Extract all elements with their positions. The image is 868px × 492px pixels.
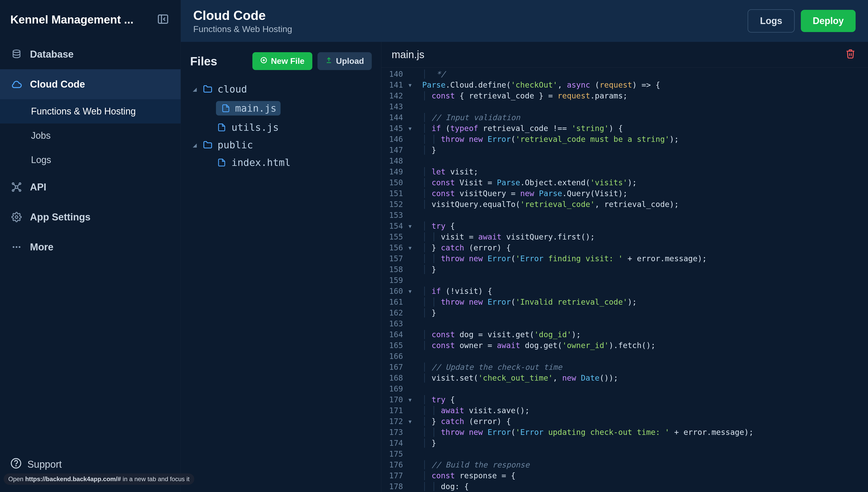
app-name: Kennel Management ...	[10, 13, 133, 26]
tree-file-main-js[interactable]: main.js	[190, 98, 372, 119]
sidebar-sub-functions[interactable]: Functions & Web Hosting	[0, 99, 181, 124]
svg-point-12	[15, 216, 18, 218]
sidebar-header: Kennel Management ...	[0, 0, 181, 39]
sidebar-item-label: More	[30, 242, 53, 253]
svg-point-7	[19, 190, 21, 192]
sidebar-sub-jobs[interactable]: Jobs	[0, 124, 181, 148]
svg-point-6	[12, 190, 14, 192]
files-title: Files	[190, 54, 247, 68]
sidebar-sub-logs[interactable]: Logs	[0, 148, 181, 172]
topbar-titles: Cloud Code Functions & Web Hosting	[193, 8, 741, 34]
svg-line-11	[17, 188, 19, 190]
caret-down-icon: ◢	[193, 141, 198, 149]
logs-button[interactable]: Logs	[748, 9, 795, 32]
tree-label: main.js	[235, 103, 276, 114]
cloud-icon	[10, 78, 23, 91]
page-title: Cloud Code	[193, 8, 741, 23]
sidebar-item-more[interactable]: More	[0, 232, 181, 262]
sidebar-sub-label: Logs	[31, 154, 51, 165]
tree-folder-public[interactable]: ◢ public	[190, 136, 372, 154]
trash-icon	[845, 55, 856, 60]
upload-button[interactable]: Upload	[317, 52, 372, 70]
code-area[interactable]: 140 141 ▾ 142 143 144 145 ▾ 146 147 148 …	[381, 68, 868, 492]
file-icon	[220, 103, 231, 114]
folder-icon	[202, 139, 213, 151]
help-icon	[10, 458, 22, 471]
editor-tab[interactable]: main.js	[392, 49, 845, 60]
svg-line-9	[17, 184, 19, 186]
topbar: Cloud Code Functions & Web Hosting Logs …	[181, 0, 868, 42]
tooltip-suffix: in a new tab and focus it	[121, 475, 189, 483]
deploy-button-label: Deploy	[813, 16, 844, 26]
line-gutter: 140 141 ▾ 142 143 144 145 ▾ 146 147 148 …	[381, 68, 417, 492]
tooltip-prefix: Open	[8, 475, 25, 483]
tree-file-index-html[interactable]: index.html	[190, 154, 372, 171]
tree-label: public	[218, 139, 253, 151]
upload-icon	[325, 56, 332, 66]
sidebar-footer: Support	[0, 448, 181, 492]
support-label: Support	[27, 459, 62, 470]
api-icon	[10, 181, 23, 193]
sidebar-sub-label: Functions & Web Hosting	[31, 106, 136, 117]
files-panel: Files New File Upload	[181, 42, 381, 492]
tooltip-url: https://backend.back4app.com/#	[25, 475, 121, 483]
gear-icon	[10, 211, 23, 223]
tree-file-utils-js[interactable]: utils.js	[190, 119, 372, 136]
sidebar-sub-label: Jobs	[31, 130, 51, 141]
sidebar-item-database[interactable]: Database	[0, 39, 181, 69]
page-subtitle: Functions & Web Hosting	[193, 24, 741, 34]
new-file-button[interactable]: New File	[252, 52, 312, 70]
svg-line-8	[14, 184, 16, 186]
sidebar: Kennel Management ... Database Cloud Cod…	[0, 0, 181, 492]
database-icon	[10, 48, 23, 60]
more-icon	[10, 241, 23, 253]
sidebar-item-label: App Settings	[30, 212, 91, 223]
sidebar-item-api[interactable]: API	[0, 172, 181, 202]
files-header: Files New File Upload	[190, 52, 372, 70]
caret-down-icon: ◢	[193, 85, 198, 93]
editor-tabbar: main.js	[381, 42, 868, 68]
sidebar-item-label: Database	[30, 49, 74, 60]
collapse-sidebar-button[interactable]	[156, 13, 170, 27]
svg-point-17	[16, 465, 16, 466]
sidebar-item-cloud-code[interactable]: Cloud Code	[0, 69, 181, 99]
code-content[interactable]: │ */ Parse.Cloud.define('checkOut', asyn…	[417, 68, 868, 492]
upload-label: Upload	[336, 56, 364, 66]
delete-file-button[interactable]	[845, 49, 858, 61]
logs-button-label: Logs	[760, 16, 782, 26]
panel-collapse-icon	[157, 13, 169, 26]
svg-point-5	[19, 183, 21, 184]
content: Files New File Upload	[181, 42, 868, 492]
editor: main.js 140 141 ▾ 142 143 144 145 ▾ 146 …	[381, 42, 868, 492]
svg-point-2	[13, 50, 20, 52]
sidebar-nav: Database Cloud Code Functions & Web Host…	[0, 39, 181, 448]
new-file-label: New File	[271, 56, 305, 66]
file-icon	[216, 122, 227, 133]
svg-point-15	[19, 246, 20, 248]
folder-icon	[202, 83, 213, 95]
svg-point-13	[12, 246, 15, 248]
svg-point-4	[12, 183, 14, 184]
sidebar-item-label: Cloud Code	[30, 79, 85, 90]
tree-label: index.html	[231, 157, 290, 168]
svg-point-14	[16, 246, 18, 248]
file-icon	[216, 157, 227, 168]
file-tree: ◢ cloud main.js	[190, 80, 372, 171]
status-tooltip: Open https://backend.back4app.com/# in a…	[4, 473, 194, 485]
support-link[interactable]: Support	[10, 458, 170, 471]
tree-label: cloud	[218, 83, 247, 95]
sidebar-item-app-settings[interactable]: App Settings	[0, 202, 181, 232]
svg-line-10	[14, 188, 16, 190]
deploy-button[interactable]: Deploy	[801, 10, 856, 32]
tree-label: utils.js	[231, 122, 279, 133]
sidebar-item-label: API	[30, 182, 46, 193]
tree-folder-cloud[interactable]: ◢ cloud	[190, 80, 372, 98]
plus-circle-icon	[260, 56, 267, 66]
main: Cloud Code Functions & Web Hosting Logs …	[181, 0, 868, 492]
